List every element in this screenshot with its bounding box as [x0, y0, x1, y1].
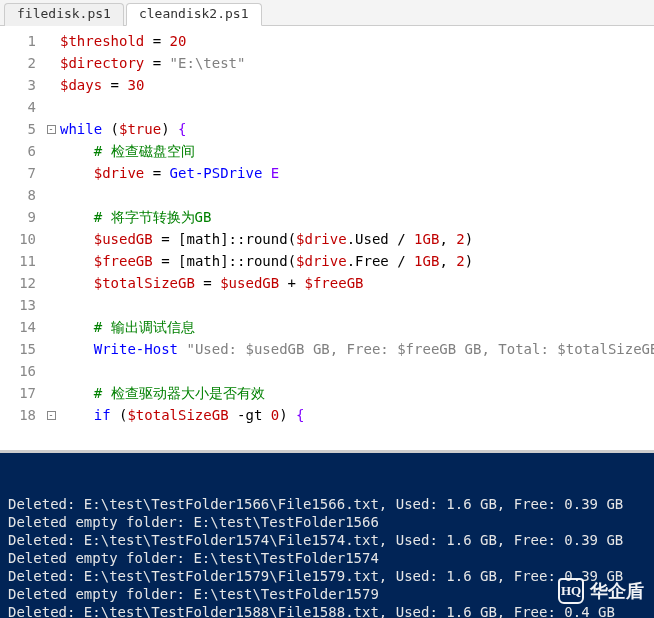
code-line[interactable] [60, 184, 654, 206]
code-line[interactable]: $threshold = 20 [60, 30, 654, 52]
line-number: 4 [0, 96, 36, 118]
console-line: Deleted empty folder: E:\test\TestFolder… [8, 513, 646, 531]
code-line[interactable] [60, 294, 654, 316]
line-number: 2 [0, 52, 36, 74]
code-line[interactable]: $freeGB = [math]::round($drive.Free / 1G… [60, 250, 654, 272]
code-line[interactable]: $usedGB = [math]::round($drive.Used / 1G… [60, 228, 654, 250]
line-number: 5 [0, 118, 36, 140]
fold-marker [44, 316, 58, 338]
fold-marker [44, 338, 58, 360]
code-line[interactable] [60, 96, 654, 118]
line-number: 7 [0, 162, 36, 184]
line-number: 17 [0, 382, 36, 404]
fold-marker[interactable]: - [44, 118, 58, 140]
output-console[interactable]: Deleted: E:\test\TestFolder1566\File1566… [0, 450, 654, 618]
code-line[interactable]: # 将字节转换为GB [60, 206, 654, 228]
line-number: 1 [0, 30, 36, 52]
fold-marker [44, 228, 58, 250]
tab-filedisk[interactable]: filedisk.ps1 [4, 3, 124, 26]
line-number: 11 [0, 250, 36, 272]
line-number: 3 [0, 74, 36, 96]
fold-marker [44, 360, 58, 382]
code-line[interactable]: if ($totalSizeGB -gt 0) { [60, 404, 654, 426]
fold-marker[interactable]: - [44, 404, 58, 426]
code-line[interactable]: $totalSizeGB = $usedGB + $freeGB [60, 272, 654, 294]
fold-column: -- [44, 26, 58, 450]
line-number: 6 [0, 140, 36, 162]
code-line[interactable]: $days = 30 [60, 74, 654, 96]
console-line: Deleted: E:\test\TestFolder1574\File1574… [8, 531, 646, 549]
fold-marker [44, 96, 58, 118]
line-number-gutter: 123456789101112131415161718 [0, 26, 44, 450]
line-number: 8 [0, 184, 36, 206]
fold-marker [44, 382, 58, 404]
fold-marker [44, 206, 58, 228]
console-line: Deleted empty folder: E:\test\TestFolder… [8, 549, 646, 567]
code-line[interactable]: # 检查磁盘空间 [60, 140, 654, 162]
line-number: 18 [0, 404, 36, 426]
fold-marker [44, 74, 58, 96]
fold-marker [44, 184, 58, 206]
console-line: Deleted: E:\test\TestFolder1579\File1579… [8, 567, 646, 585]
code-line[interactable]: # 检查驱动器大小是否有效 [60, 382, 654, 404]
code-line[interactable]: while ($true) { [60, 118, 654, 140]
fold-marker [44, 294, 58, 316]
code-line[interactable] [60, 360, 654, 382]
line-number: 10 [0, 228, 36, 250]
console-line: Deleted: E:\test\TestFolder1588\File1588… [8, 603, 646, 618]
fold-marker [44, 140, 58, 162]
code-line[interactable]: # 输出调试信息 [60, 316, 654, 338]
watermark-text: 华企盾 [590, 582, 644, 600]
fold-marker [44, 250, 58, 272]
watermark: HQ 华企盾 [558, 578, 644, 604]
line-number: 13 [0, 294, 36, 316]
fold-marker [44, 272, 58, 294]
shield-icon: HQ [558, 578, 584, 604]
line-number: 9 [0, 206, 36, 228]
console-line: Deleted: E:\test\TestFolder1566\File1566… [8, 495, 646, 513]
fold-marker [44, 30, 58, 52]
line-number: 15 [0, 338, 36, 360]
code-editor[interactable]: 123456789101112131415161718 -- $threshol… [0, 26, 654, 450]
line-number: 16 [0, 360, 36, 382]
code-area[interactable]: $threshold = 20$directory = "E:\test"$da… [58, 26, 654, 450]
code-line[interactable]: $directory = "E:\test" [60, 52, 654, 74]
tab-cleandisk2[interactable]: cleandisk2.ps1 [126, 3, 262, 26]
line-number: 12 [0, 272, 36, 294]
console-line: Deleted empty folder: E:\test\TestFolder… [8, 585, 646, 603]
code-line[interactable]: $drive = Get-PSDrive E [60, 162, 654, 184]
fold-marker [44, 52, 58, 74]
tab-bar: filedisk.ps1 cleandisk2.ps1 [0, 0, 654, 26]
line-number: 14 [0, 316, 36, 338]
code-line[interactable]: Write-Host "Used: $usedGB GB, Free: $fre… [60, 338, 654, 360]
fold-marker [44, 162, 58, 184]
